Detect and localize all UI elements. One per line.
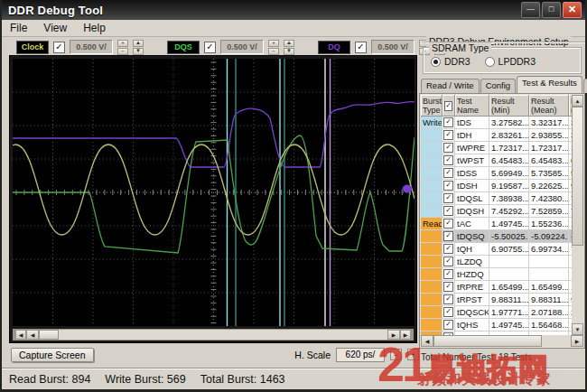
h-scale-value[interactable]: 620 ps/ (336, 348, 385, 362)
result-mean-cell (529, 268, 569, 281)
result-mean-cell: 5.73585... (529, 167, 569, 180)
minimize-icon[interactable]: — (521, 2, 540, 18)
row-checkbox[interactable]: ✓ (443, 168, 453, 178)
row-checkbox[interactable]: ✓ (443, 206, 453, 216)
table-row[interactable]: ✓tHZDQ (421, 268, 572, 281)
column-header[interactable]: BurstType (421, 95, 443, 117)
scroll-right-icon[interactable]: ▶ (571, 335, 583, 347)
channel-scale-value[interactable]: 0.500 V/ (70, 40, 113, 54)
table-row[interactable]: Read✓tAC1.49745...1.55236...1.6 (421, 218, 572, 230)
row-checkbox[interactable]: ✓ (443, 130, 453, 140)
scroll-left-icon[interactable]: ◀ (421, 335, 433, 347)
table-hscroll-track[interactable] (542, 335, 571, 347)
row-checkbox[interactable]: ✓ (443, 294, 453, 304)
scroll-down-icon[interactable]: ▼ (572, 323, 583, 335)
row-checkbox[interactable]: ✓ (443, 269, 453, 279)
table-row[interactable]: ✓tDSS5.69949...5.73585...5.7 (421, 167, 572, 180)
channel-enable-checkbox[interactable]: ✓ (53, 42, 65, 53)
row-checkbox[interactable]: ✓ (443, 143, 453, 153)
table-row[interactable]: ✓tQHS1.49745...1.56468...1.6 (421, 319, 572, 331)
sdram-type-label: SDRAM Type (429, 42, 491, 53)
table-row[interactable]: ✓tRPRE1.65499...1.65499...1.6 (421, 281, 572, 294)
menu-item-help[interactable]: Help (75, 21, 114, 35)
results-table: BurstType✓TestNameResult(Min)Result(Mean… (421, 95, 572, 335)
row-checkbox[interactable]: ✓ (443, 231, 453, 241)
channel-label-button[interactable]: DQS (167, 41, 200, 54)
scope-scroll-thumb[interactable] (39, 330, 59, 340)
spin-plus-icon[interactable]: + (117, 40, 128, 47)
table-row[interactable]: ✓tLZDQ (421, 256, 572, 268)
row-checkbox[interactable]: ✓ (443, 257, 453, 266)
table-row[interactable]: ✓tWPST6.45483...6.45483...6.4 (421, 154, 572, 167)
spin-up-icon[interactable]: ▲ (133, 40, 144, 47)
scroll-home-icon[interactable]: ◀ (14, 330, 26, 340)
row-checkbox[interactable]: ✓ (443, 155, 453, 165)
spin-minus-icon[interactable]: − (117, 48, 128, 55)
sdram-type-group: SDRAM Type DDR3LPDDR3 (423, 47, 582, 74)
capture-screen-button[interactable]: Capture Screen (11, 348, 94, 362)
row-checkbox[interactable]: ✓ (443, 117, 453, 127)
tab-config[interactable]: Config (480, 79, 516, 93)
table-row[interactable]: ✓tDQSL7.38938...7.42380...7.4 (421, 192, 572, 205)
column-header[interactable]: Result(Mean) (529, 95, 569, 117)
row-checkbox[interactable]: ✓ (443, 193, 453, 203)
scroll-left-icon[interactable]: ◀ (26, 330, 39, 340)
row-checkbox[interactable]: ✓ (443, 181, 453, 191)
row-checkbox[interactable]: ✓ (443, 282, 453, 292)
tab-navigation[interactable]: Navigation (583, 79, 587, 93)
tab-test-results[interactable]: Test & Results (517, 76, 582, 93)
channel-scale-value[interactable]: 0.500 V/ (371, 40, 415, 54)
table-row[interactable]: Write✓tDS3.27582...3.32317...3.3 (421, 117, 572, 129)
channel-label-button[interactable]: Clock (16, 41, 49, 54)
column-header[interactable]: Result(Min) (489, 95, 529, 117)
channel-scale-value[interactable]: 0.500 V/ (220, 40, 264, 54)
channel-enable-checkbox[interactable]: ✓ (355, 42, 367, 53)
test-name-cell: tAC (455, 218, 489, 230)
scope-scroll-track[interactable] (59, 330, 387, 340)
scroll-end-icon[interactable]: ▶ (400, 330, 413, 340)
h-scale-increase-button[interactable]: + (407, 349, 419, 360)
column-header[interactable]: TestName (455, 95, 489, 117)
oscilloscope-screen[interactable] (13, 59, 415, 326)
table-vscroll-thumb[interactable] (572, 107, 583, 246)
table-row[interactable]: ✓tWPRE1.72317...1.72317...1.7 (421, 142, 572, 154)
close-icon[interactable]: ✕ (563, 2, 582, 18)
scroll-up-icon[interactable]: ▲ (572, 95, 583, 107)
spin-up-icon[interactable]: ▲ (284, 40, 294, 47)
row-checkbox[interactable]: ✓ (443, 320, 453, 330)
row-checkbox-cell: ✓ (443, 306, 455, 319)
h-scale-decrease-button[interactable]: − (390, 349, 402, 360)
radio-ddr3[interactable]: DDR3 (431, 56, 471, 67)
table-row[interactable]: ✓tDH2.83261...2.93855...3.0 (421, 129, 572, 142)
table-row[interactable]: ✓tDQSH7.45292...7.52859...7.5 (421, 205, 572, 218)
row-checkbox[interactable]: ✓ (443, 219, 453, 229)
spin-down-icon[interactable]: ▼ (284, 48, 294, 55)
select-all-checkbox[interactable]: ✓ (444, 101, 452, 111)
footer-bar: Capture Screen H. Scale 620 ps/ − + (11, 347, 419, 362)
spin-plus-icon[interactable]: + (268, 40, 279, 47)
tab-read-write[interactable]: Read / Write (421, 79, 480, 93)
column-header[interactable]: ✓ (443, 95, 455, 117)
table-row[interactable]: ✓tDQSCK1.97771...2.07188...2.1 (421, 306, 572, 319)
burst-type-cell (421, 205, 443, 218)
table-row[interactable]: ✓tQH6.90755...6.99734...7.0 (421, 243, 572, 256)
table-row[interactable]: ✓tRPST9.88311...9.88311...9.8 (421, 294, 572, 306)
ddr3-setup-panel: DDR3 Debug Environment Setup SDRAM Type … (419, 36, 585, 372)
read-burst-status: Read Burst: 894 (9, 373, 90, 386)
table-row[interactable]: ✓tDSH9.19587...9.22625...9.2 (421, 180, 572, 192)
spin-minus-icon[interactable]: − (268, 48, 279, 55)
scroll-right-icon[interactable]: ▶ (387, 330, 400, 340)
row-checkbox[interactable]: ✓ (443, 307, 453, 317)
row-checkbox[interactable]: ✓ (443, 244, 453, 254)
spin-down-icon[interactable]: ▼ (133, 48, 144, 55)
table-hscroll-thumb[interactable] (433, 335, 542, 347)
channel-label-button[interactable]: DQ (318, 41, 350, 54)
table-row[interactable]: ✓tDQSQ-5.50025...-5.09224...-4.4 (421, 230, 572, 243)
radio-lpddr3[interactable]: LPDDR3 (485, 56, 536, 67)
channel-enable-checkbox[interactable]: ✓ (204, 42, 216, 53)
menu-item-view[interactable]: View (35, 21, 75, 35)
menu-item-file[interactable]: File (2, 21, 35, 35)
maximize-icon[interactable]: □ (542, 2, 561, 18)
row-checkbox-cell: ✓ (443, 205, 455, 218)
result-min-cell: -5.50025... (489, 230, 529, 243)
